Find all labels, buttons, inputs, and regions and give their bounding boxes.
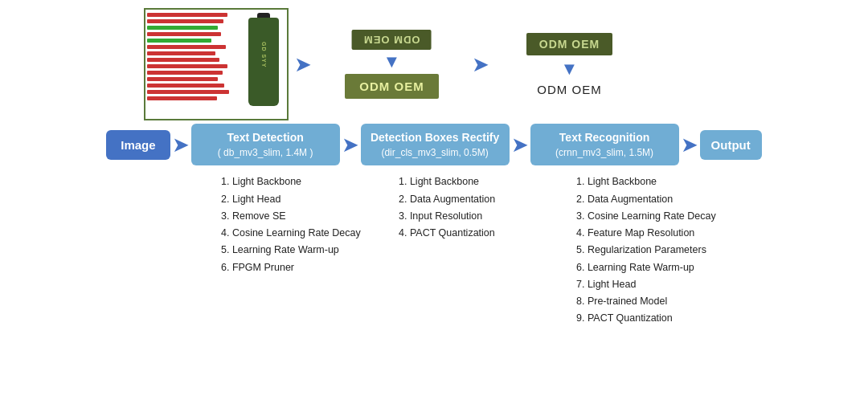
feat-3-9: 9. PACT Quantization (576, 310, 737, 327)
feat-2-2: 2. Data Augmentation (399, 191, 547, 208)
feature-col-2: 1. Light Backbone 2. Data Augmentation 3… (399, 173, 547, 242)
feat-3-4: 4. Feature Map Resolution (576, 225, 737, 242)
odm-right-group: ODM OEM ▼ ODM OEM (491, 33, 648, 96)
product-image-area: GD SYY (140, 8, 293, 120)
feat-1-4: 4. Cosine Learning Rate Decay (221, 225, 370, 242)
feat-1-3: 3. Remove SE (221, 208, 370, 225)
feature-col-3: 1. Light Backbone 2. Data Augmentation 3… (576, 173, 737, 327)
output-box: Output (700, 130, 762, 160)
image-label: Image (121, 138, 155, 152)
feat-3-2: 2. Data Augmentation (576, 191, 737, 208)
text-detection-box: Text Detection ( db_mv3_slim, 1.4M ) (191, 124, 340, 165)
detection-rectify-title: Detection Boxes Rectify (371, 130, 500, 146)
feature-col-1: 1. Light Backbone 2. Light Head 3. Remov… (221, 173, 370, 276)
text-recognition-title: Text Recognition (540, 130, 669, 146)
bottle-shape: GD SYY (248, 18, 279, 106)
features-row: 1. Light Backbone 2. Light Head 3. Remov… (8, 173, 860, 408)
arrow-down-middle: ▼ (383, 53, 401, 71)
product-text-overlay (147, 13, 235, 103)
top-vis-row: GD SYY ➤ ODM OEM ▼ ODM OEM ➤ ODM OEM ▼ O… (8, 8, 860, 120)
product-image-box: GD SYY (144, 8, 289, 120)
image-box: Image (106, 130, 170, 160)
feat-1-5: 5. Learning Rate Warm-up (221, 242, 370, 259)
pipeline-arrow-1: ➤ (170, 134, 191, 155)
feat-2-4: 4. PACT Quantization (399, 225, 547, 242)
pipeline-arrow-4: ➤ (679, 134, 700, 155)
arrow-down-right: ▼ (561, 60, 579, 78)
feat-3-5: 5. Regularization Parameters (576, 242, 737, 259)
main-container: GD SYY ➤ ODM OEM ▼ ODM OEM ➤ ODM OEM ▼ O… (0, 0, 868, 416)
odm-right-dark-box: ODM OEM (526, 33, 612, 55)
pipeline-arrow-2: ➤ (340, 134, 361, 155)
feat-3-8: 8. Pre-trained Model (576, 293, 737, 310)
odm-rotated-box: ODM OEM (352, 30, 432, 50)
text-recognition-sub: (crnn_mv3_slim, 1.5M) (540, 146, 669, 160)
feat-3-7: 7. Light Head (576, 276, 737, 293)
arrow-right-2: ➤ (470, 54, 491, 75)
feat-3-6: 6. Learning Rate Warm-up (576, 259, 737, 276)
output-label: Output (711, 138, 751, 152)
pipeline-section: Image ➤ Text Detection ( db_mv3_slim, 1.… (8, 124, 860, 165)
odm-plain-text: ODM OEM (537, 83, 601, 96)
feat-1-6: 6. FPGM Pruner (221, 259, 370, 276)
feat-2-3: 3. Input Resolution (399, 208, 547, 225)
pipeline-arrow-3: ➤ (510, 134, 530, 155)
feat-1-1: 1. Light Backbone (221, 173, 370, 190)
feat-3-3: 3. Cosine Learning Rate Decay (576, 208, 737, 225)
detection-rectify-box: Detection Boxes Rectify (dir_cls_mv3_sli… (361, 124, 510, 165)
detection-rectify-sub: (dir_cls_mv3_slim, 0.5M) (371, 146, 500, 160)
feat-2-1: 1. Light Backbone (399, 173, 547, 190)
text-recognition-box: Text Recognition (crnn_mv3_slim, 1.5M) (530, 124, 679, 165)
feat-3-1: 1. Light Backbone (576, 173, 737, 190)
arrow-right-1: ➤ (293, 54, 313, 75)
text-detection-title: Text Detection (201, 130, 330, 146)
feat-1-2: 2. Light Head (221, 191, 370, 208)
odm-middle-group: ODM OEM ▼ ODM OEM (313, 30, 470, 99)
odm-bottom-box: ODM OEM (345, 74, 438, 99)
text-detection-sub: ( db_mv3_slim, 1.4M ) (201, 146, 330, 160)
